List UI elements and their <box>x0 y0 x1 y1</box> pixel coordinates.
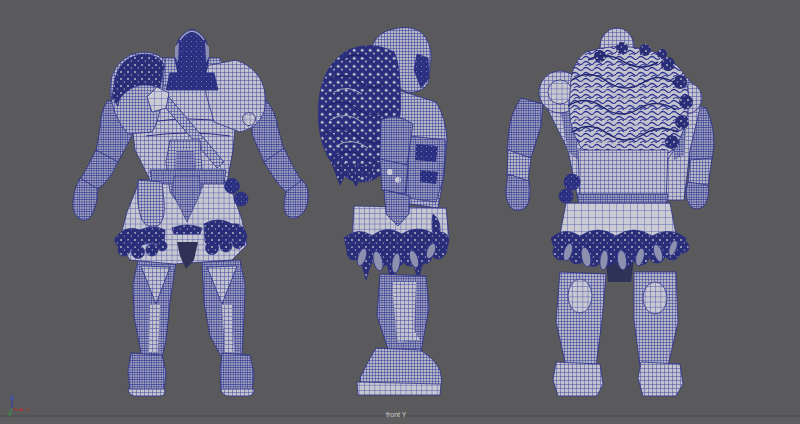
svg-text:front Y: front Y <box>386 411 407 418</box>
